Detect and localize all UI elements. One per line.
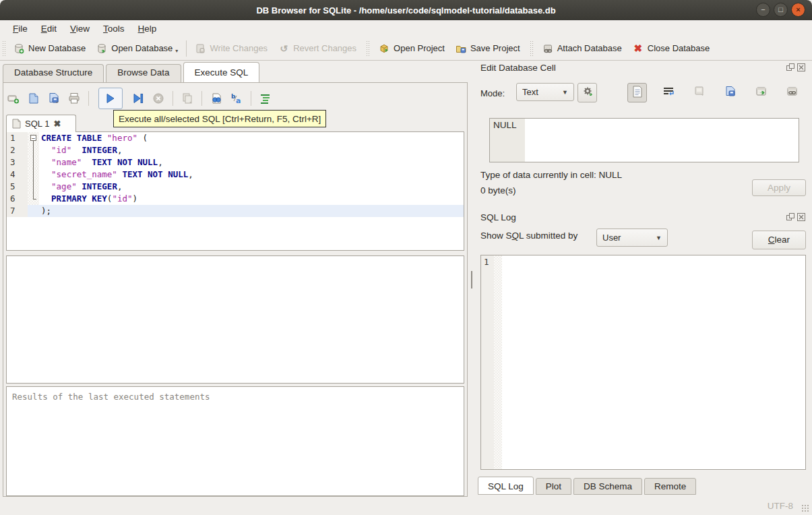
clear-log-button[interactable]: Clear [752, 231, 806, 249]
close-button[interactable]: × [791, 3, 805, 17]
open-new-tab-button[interactable] [7, 92, 20, 104]
encoding-indicator[interactable]: UTF-8 [768, 501, 793, 511]
open-database-button[interactable]: Open Database ▾ [91, 40, 183, 57]
dock-splitter[interactable] [632, 203, 650, 204]
close-tab-icon[interactable]: ✖ [53, 119, 61, 129]
copy-link-button[interactable] [782, 83, 802, 102]
maximize-button[interactable]: □ [774, 3, 788, 17]
toolbar-separator [88, 91, 89, 106]
menu-file[interactable]: File [7, 22, 34, 35]
menu-help[interactable]: Help [132, 22, 163, 35]
word-wrap-button[interactable] [658, 83, 678, 102]
close-database-button[interactable]: ✖ Close Database [627, 40, 716, 57]
log-filter-select[interactable]: User ▼ [596, 229, 668, 247]
dock-tab-db-schema[interactable]: DB Schema [573, 478, 642, 495]
open-external-button[interactable] [751, 83, 771, 102]
cell-value-editor[interactable]: NULL [489, 118, 799, 162]
attach-database-button[interactable]: Attach Database [537, 40, 627, 57]
save-sql-file-button[interactable] [48, 92, 60, 104]
code-line[interactable]: 6 PRIMARY KEY("id") [7, 193, 464, 205]
open-database-dropdown-icon[interactable]: ▾ [175, 48, 178, 54]
code-line[interactable]: 5 "age" INTEGER, [7, 181, 464, 193]
minimize-button[interactable]: − [756, 3, 770, 17]
revert-changes-button[interactable]: ↺ Revert Changes [273, 40, 362, 57]
cell-type-info: Type of data currently in cell: NULL [480, 170, 622, 180]
sql-code-editor[interactable]: 1CREATE TABLE "hero" (2 "id" INTEGER,3 "… [6, 131, 464, 251]
import-button[interactable] [689, 83, 709, 102]
dock-tab-remote[interactable]: Remote [644, 478, 696, 495]
toolbar-drag-handle[interactable] [530, 40, 534, 57]
import-icon [693, 86, 706, 100]
log-text-area[interactable] [502, 255, 805, 469]
auto-apply-button[interactable] [577, 83, 597, 102]
app-window: DB Browser for SQLite - /home/user/code/… [0, 0, 812, 515]
edit-cell-dock-buttons [786, 63, 805, 71]
toolbar-separator [186, 40, 187, 57]
document-icon [632, 86, 643, 100]
gear-icon [582, 86, 594, 100]
sql-code-lines: 1CREATE TABLE "hero" (2 "id" INTEGER,3 "… [7, 132, 464, 217]
stop-execution-button[interactable] [152, 92, 164, 104]
toolbar-drag-handle[interactable] [2, 40, 6, 57]
menu-bar: File Edit View Tools Help [0, 20, 812, 36]
cell-editor-area[interactable] [525, 119, 799, 162]
title-bar[interactable]: DB Browser for SQLite - /home/user/code/… [0, 0, 812, 20]
code-line[interactable]: 3 "name" TEXT NOT NULL, [7, 156, 464, 169]
line-number: 6 [7, 193, 28, 205]
text-view-button[interactable] [627, 83, 647, 102]
float-panel-icon[interactable] [786, 213, 794, 221]
execute-line-button[interactable] [132, 92, 144, 104]
print-sql-button[interactable] [68, 92, 80, 104]
code-line[interactable]: 4 "secret_name" TEXT NOT NULL, [7, 169, 464, 181]
menu-view[interactable]: View [64, 22, 96, 35]
menu-edit[interactable]: Edit [35, 22, 63, 35]
log-line-number: 1 [481, 255, 494, 469]
vertical-splitter[interactable] [469, 62, 474, 497]
tab-execute-sql[interactable]: Execute SQL [183, 62, 260, 82]
open-sql-file-button[interactable] [28, 92, 40, 104]
format-sql-button[interactable] [259, 92, 272, 104]
main-toolbar: New Database Open Database ▾ Write Chang… [0, 36, 812, 61]
sql-file-icon [12, 119, 21, 129]
write-changes-button[interactable]: Write Changes [189, 40, 273, 57]
apply-button[interactable]: Apply [752, 179, 806, 196]
close-panel-icon[interactable] [797, 63, 805, 71]
line-number: 3 [7, 156, 28, 169]
float-panel-icon[interactable] [786, 63, 794, 71]
fold-margin [28, 144, 39, 156]
sql-log-pane[interactable]: 1 [480, 255, 806, 470]
cell-editor-icon-row [627, 83, 812, 102]
save-project-button[interactable]: Save Project [450, 40, 526, 57]
code-line[interactable]: 7); [7, 205, 464, 217]
fold-margin [28, 193, 39, 205]
fold-margin[interactable] [28, 132, 39, 144]
dock-tab-sql-log[interactable]: SQL Log [478, 477, 534, 495]
main-tab-bar: Database Structure Browse Data Execute S… [3, 64, 261, 82]
tab-browse-data[interactable]: Browse Data [106, 64, 181, 82]
new-database-button[interactable]: New Database [8, 40, 91, 57]
sql-file-tab-label: SQL 1 [25, 119, 49, 129]
tab-database-structure[interactable]: Database Structure [3, 64, 104, 82]
execute-sql-button[interactable] [98, 88, 123, 109]
find-replace-button[interactable]: ba [230, 92, 243, 104]
results-grid-pane[interactable] [6, 255, 464, 384]
menu-tools[interactable]: Tools [97, 22, 131, 35]
toolbar-drag-handle[interactable] [366, 40, 370, 57]
find-button[interactable] [210, 92, 222, 104]
close-panel-icon[interactable] [797, 213, 805, 221]
results-message-pane[interactable]: Results of the last executed statements [6, 386, 464, 496]
code-line[interactable]: 2 "id" INTEGER, [7, 144, 464, 156]
window-controls: − □ × [756, 3, 805, 17]
save-as-button[interactable] [720, 83, 740, 102]
dock-tab-plot[interactable]: Plot [536, 478, 571, 495]
link-icon [786, 86, 799, 100]
line-number: 5 [7, 181, 28, 193]
open-project-button[interactable]: Open Project [373, 40, 450, 57]
mode-select[interactable]: Text ▼ [516, 83, 574, 101]
resize-grip[interactable] [801, 504, 809, 512]
code-line[interactable]: 1CREATE TABLE "hero" ( [7, 132, 464, 144]
sql-editor-toolbar: ba [7, 86, 272, 111]
cell-size-info: 0 byte(s) [480, 185, 516, 195]
save-results-button[interactable] [181, 92, 193, 104]
sql-file-tab[interactable]: SQL 1 ✖ [6, 115, 76, 132]
